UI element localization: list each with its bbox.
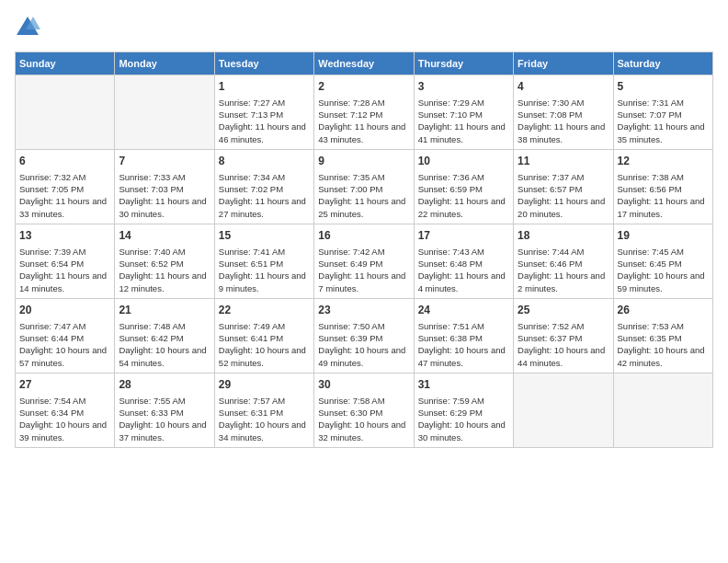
day-cell: 11Sunrise: 7:37 AMSunset: 6:57 PMDayligh… — [514, 149, 613, 224]
day-cell: 3Sunrise: 7:29 AMSunset: 7:10 PMDaylight… — [414, 75, 513, 150]
day-info: Sunrise: 7:47 AMSunset: 6:44 PMDaylight:… — [19, 320, 110, 369]
day-info: Sunrise: 7:35 AMSunset: 7:00 PMDaylight:… — [318, 171, 409, 220]
day-number: 31 — [418, 377, 509, 393]
day-info: Sunrise: 7:29 AMSunset: 7:10 PMDaylight:… — [418, 97, 509, 145]
day-cell: 20Sunrise: 7:47 AMSunset: 6:44 PMDayligh… — [16, 298, 115, 373]
day-number: 18 — [518, 228, 609, 244]
day-info: Sunrise: 7:53 AMSunset: 6:35 PMDaylight:… — [618, 320, 709, 369]
day-number: 11 — [518, 154, 609, 169]
day-number: 1 — [219, 79, 310, 95]
day-info: Sunrise: 7:37 AMSunset: 6:57 PMDaylight:… — [518, 171, 609, 220]
day-cell: 22Sunrise: 7:49 AMSunset: 6:41 PMDayligh… — [214, 298, 313, 373]
day-cell: 4Sunrise: 7:30 AMSunset: 7:08 PMDaylight… — [514, 75, 613, 150]
day-number: 22 — [219, 303, 310, 318]
day-number: 28 — [119, 377, 210, 393]
day-cell: 15Sunrise: 7:41 AMSunset: 6:51 PMDayligh… — [214, 224, 313, 298]
day-info: Sunrise: 7:55 AMSunset: 6:33 PMDaylight:… — [119, 395, 210, 443]
day-info: Sunrise: 7:27 AMSunset: 7:13 PMDaylight:… — [219, 97, 310, 145]
day-info: Sunrise: 7:42 AMSunset: 6:49 PMDaylight:… — [318, 246, 409, 294]
day-info: Sunrise: 7:38 AMSunset: 6:56 PMDaylight:… — [618, 171, 709, 220]
weekday-header-wednesday: Wednesday — [314, 52, 414, 75]
week-row-5: 27Sunrise: 7:54 AMSunset: 6:34 PMDayligh… — [16, 373, 713, 447]
day-info: Sunrise: 7:43 AMSunset: 6:48 PMDaylight:… — [418, 246, 509, 294]
day-info: Sunrise: 7:51 AMSunset: 6:38 PMDaylight:… — [418, 320, 509, 369]
weekday-header-sunday: Sunday — [16, 52, 115, 75]
day-info: Sunrise: 7:59 AMSunset: 6:29 PMDaylight:… — [418, 395, 509, 443]
day-info: Sunrise: 7:57 AMSunset: 6:31 PMDaylight:… — [219, 395, 310, 443]
day-number: 21 — [119, 303, 210, 318]
day-info: Sunrise: 7:50 AMSunset: 6:39 PMDaylight:… — [318, 320, 409, 369]
day-info: Sunrise: 7:34 AMSunset: 7:02 PMDaylight:… — [219, 171, 310, 220]
day-number: 30 — [318, 377, 409, 393]
weekday-header-thursday: Thursday — [414, 52, 513, 75]
day-number: 3 — [418, 79, 509, 95]
weekday-header-friday: Friday — [514, 52, 613, 75]
day-number: 29 — [219, 377, 310, 393]
day-cell — [613, 373, 712, 447]
weekday-header-row: SundayMondayTuesdayWednesdayThursdayFrid… — [16, 52, 713, 75]
day-number: 4 — [518, 79, 609, 95]
day-cell: 30Sunrise: 7:58 AMSunset: 6:30 PMDayligh… — [314, 373, 414, 447]
day-info: Sunrise: 7:31 AMSunset: 7:07 PMDaylight:… — [618, 97, 709, 145]
day-number: 10 — [418, 154, 509, 169]
day-info: Sunrise: 7:39 AMSunset: 6:54 PMDaylight:… — [19, 246, 110, 294]
day-cell: 2Sunrise: 7:28 AMSunset: 7:12 PMDaylight… — [314, 75, 414, 150]
weekday-header-monday: Monday — [115, 52, 214, 75]
day-number: 19 — [618, 228, 709, 244]
week-row-1: 1Sunrise: 7:27 AMSunset: 7:13 PMDaylight… — [16, 75, 713, 150]
day-info: Sunrise: 7:52 AMSunset: 6:37 PMDaylight:… — [518, 320, 609, 369]
day-cell: 14Sunrise: 7:40 AMSunset: 6:52 PMDayligh… — [115, 224, 214, 298]
day-info: Sunrise: 7:33 AMSunset: 7:03 PMDaylight:… — [119, 171, 210, 220]
day-cell: 29Sunrise: 7:57 AMSunset: 6:31 PMDayligh… — [214, 373, 313, 447]
day-number: 24 — [418, 303, 509, 318]
day-number: 15 — [219, 228, 310, 244]
week-row-3: 13Sunrise: 7:39 AMSunset: 6:54 PMDayligh… — [16, 224, 713, 298]
day-cell: 24Sunrise: 7:51 AMSunset: 6:38 PMDayligh… — [414, 298, 513, 373]
day-number: 23 — [318, 303, 409, 318]
day-cell — [115, 75, 214, 150]
day-cell: 26Sunrise: 7:53 AMSunset: 6:35 PMDayligh… — [613, 298, 712, 373]
day-info: Sunrise: 7:28 AMSunset: 7:12 PMDaylight:… — [318, 97, 409, 145]
day-number: 26 — [618, 303, 709, 318]
page-header — [15, 15, 713, 40]
day-info: Sunrise: 7:49 AMSunset: 6:41 PMDaylight:… — [219, 320, 310, 369]
day-number: 9 — [318, 154, 409, 169]
day-number: 17 — [418, 228, 509, 244]
day-cell: 16Sunrise: 7:42 AMSunset: 6:49 PMDayligh… — [314, 224, 414, 298]
week-row-4: 20Sunrise: 7:47 AMSunset: 6:44 PMDayligh… — [16, 298, 713, 373]
weekday-header-tuesday: Tuesday — [214, 52, 313, 75]
day-number: 14 — [119, 228, 210, 244]
day-cell: 8Sunrise: 7:34 AMSunset: 7:02 PMDaylight… — [214, 149, 313, 224]
day-number: 27 — [19, 377, 110, 393]
day-info: Sunrise: 7:40 AMSunset: 6:52 PMDaylight:… — [119, 246, 210, 294]
day-cell: 7Sunrise: 7:33 AMSunset: 7:03 PMDaylight… — [115, 149, 214, 224]
day-cell: 25Sunrise: 7:52 AMSunset: 6:37 PMDayligh… — [514, 298, 613, 373]
day-number: 2 — [318, 79, 409, 95]
day-cell: 19Sunrise: 7:45 AMSunset: 6:45 PMDayligh… — [613, 224, 712, 298]
day-number: 12 — [618, 154, 709, 169]
day-cell: 5Sunrise: 7:31 AMSunset: 7:07 PMDaylight… — [613, 75, 712, 150]
day-cell: 9Sunrise: 7:35 AMSunset: 7:00 PMDaylight… — [314, 149, 414, 224]
day-number: 8 — [219, 154, 310, 169]
week-row-2: 6Sunrise: 7:32 AMSunset: 7:05 PMDaylight… — [16, 149, 713, 224]
day-info: Sunrise: 7:54 AMSunset: 6:34 PMDaylight:… — [19, 395, 110, 443]
day-info: Sunrise: 7:44 AMSunset: 6:46 PMDaylight:… — [518, 246, 609, 294]
day-number: 20 — [19, 303, 110, 318]
day-cell: 21Sunrise: 7:48 AMSunset: 6:42 PMDayligh… — [115, 298, 214, 373]
day-cell — [514, 373, 613, 447]
day-number: 7 — [119, 154, 210, 169]
day-cell — [16, 75, 115, 150]
day-cell: 12Sunrise: 7:38 AMSunset: 6:56 PMDayligh… — [613, 149, 712, 224]
day-info: Sunrise: 7:41 AMSunset: 6:51 PMDaylight:… — [219, 246, 310, 294]
day-cell: 23Sunrise: 7:50 AMSunset: 6:39 PMDayligh… — [314, 298, 414, 373]
day-cell: 27Sunrise: 7:54 AMSunset: 6:34 PMDayligh… — [16, 373, 115, 447]
day-info: Sunrise: 7:48 AMSunset: 6:42 PMDaylight:… — [119, 320, 210, 369]
calendar: SundayMondayTuesdayWednesdayThursdayFrid… — [15, 52, 713, 448]
logo-icon — [15, 15, 40, 40]
day-number: 13 — [19, 228, 110, 244]
day-info: Sunrise: 7:45 AMSunset: 6:45 PMDaylight:… — [618, 246, 709, 294]
day-cell: 28Sunrise: 7:55 AMSunset: 6:33 PMDayligh… — [115, 373, 214, 447]
day-info: Sunrise: 7:32 AMSunset: 7:05 PMDaylight:… — [19, 171, 110, 220]
day-cell: 31Sunrise: 7:59 AMSunset: 6:29 PMDayligh… — [414, 373, 513, 447]
logo — [15, 15, 44, 40]
